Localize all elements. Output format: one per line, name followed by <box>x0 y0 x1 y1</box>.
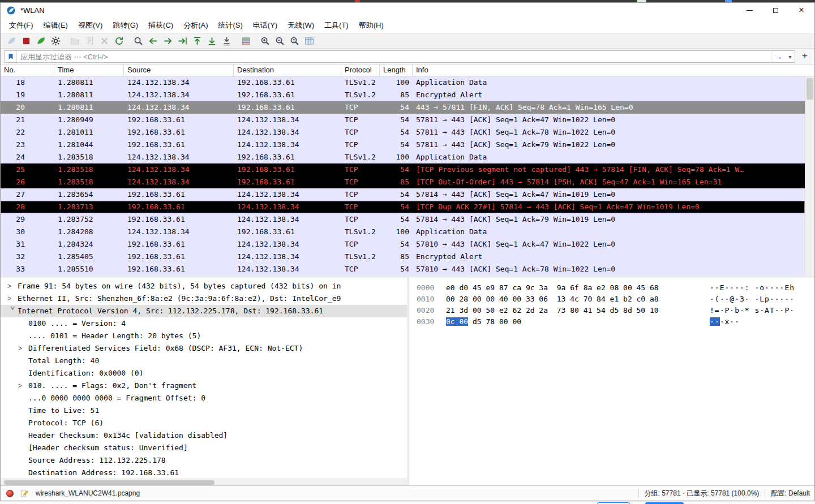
hex-line[interactable]: 001000 28 00 00 40 00 33 06 13 4c 70 84 … <box>417 294 814 305</box>
save-file-button[interactable] <box>82 35 97 48</box>
start-capture-button[interactable] <box>4 35 19 48</box>
detail-line[interactable]: [Header checksum status: Unverified] <box>1 442 407 454</box>
expander-icon[interactable]: > <box>7 280 18 292</box>
zoom-out-button[interactable] <box>272 35 287 48</box>
hex-line[interactable]: 0000e0 d0 45 e9 87 ca 9c 3a 9a 6f 8a e2 … <box>417 282 814 294</box>
packet-row[interactable]: 251.283518124.132.138.34192.168.33.61TCP… <box>1 163 805 176</box>
stop-capture-button[interactable] <box>19 35 33 48</box>
maximize-button[interactable] <box>762 3 788 18</box>
column-header-destination[interactable]: Destination <box>234 64 341 76</box>
detail-horizontal-scrollbar[interactable] <box>1 479 407 485</box>
packet-row[interactable]: 191.280811124.132.138.34192.168.33.61TLS… <box>1 89 805 101</box>
menu-item-help[interactable]: 帮助(H) <box>354 18 389 33</box>
packet-detail-pane: >Frame 91: 54 bytes on wire (432 bits), … <box>1 278 407 485</box>
expander-icon[interactable]: > <box>18 342 28 355</box>
hex-line[interactable]: 002021 3d 00 50 e2 62 2d 2a 73 80 41 54 … <box>417 305 814 316</box>
go-last-packet-button[interactable] <box>204 35 219 48</box>
packet-cell-proto: TCP <box>341 213 380 226</box>
menu-item-wireless[interactable]: 无线(W) <box>282 18 319 33</box>
column-header-time[interactable]: Time <box>54 64 124 76</box>
detail-line[interactable]: >Ethernet II, Src: Shenzhen_6f:8a:e2 (9c… <box>1 292 407 305</box>
stop-red-icon <box>22 36 31 46</box>
menu-item-file[interactable]: 文件(F) <box>4 18 38 33</box>
title-bar[interactable]: *WLAN × <box>1 3 814 18</box>
filter-dropdown-caret-icon[interactable]: ▾ <box>786 54 795 60</box>
packet-row[interactable]: 231.281044192.168.33.61124.132.138.34TCP… <box>1 139 805 151</box>
column-header-protocol[interactable]: Protocol <box>341 64 380 76</box>
packet-list-scrollbar[interactable] <box>805 76 814 275</box>
expert-info-icon[interactable] <box>6 490 14 497</box>
menu-item-statistics[interactable]: 统计(S) <box>213 18 247 33</box>
colorize-packets-button[interactable] <box>238 35 253 48</box>
hex-line[interactable]: 00300c 00 d5 78 00 00···x·· <box>417 316 814 328</box>
detail-line[interactable]: >Internet Protocol Version 4, Src: 112.1… <box>1 305 407 317</box>
close-button[interactable]: × <box>788 3 814 18</box>
detail-line[interactable]: 0100 .... = Version: 4 <box>1 317 407 330</box>
column-header-length[interactable]: Length <box>380 64 413 76</box>
column-header-no[interactable]: No. <box>1 64 54 76</box>
display-filter-field[interactable]: → ▾ <box>4 50 795 63</box>
menu-item-view[interactable]: 视图(V) <box>73 18 108 33</box>
detail-line[interactable]: >Differentiated Services Field: 0x68 (DS… <box>1 342 407 355</box>
zoom-100-button[interactable] <box>287 35 302 48</box>
go-to-packet-button[interactable] <box>175 35 190 48</box>
go-forward-button[interactable] <box>160 35 175 48</box>
packet-row[interactable]: 331.285510192.168.33.61124.132.138.34TCP… <box>1 263 805 275</box>
reload-file-button[interactable] <box>111 35 126 48</box>
packet-row[interactable]: 261.283518124.132.138.34192.168.33.61TCP… <box>1 176 805 188</box>
detail-line[interactable]: ...0 0000 0000 0000 = Fragment Offset: 0 <box>1 392 407 404</box>
packet-row[interactable]: 201.280811124.132.138.34192.168.33.61TCP… <box>1 101 805 114</box>
packet-row[interactable]: 291.283752192.168.33.61124.132.138.34TCP… <box>1 213 805 226</box>
restart-capture-button[interactable] <box>33 35 48 48</box>
detail-line[interactable]: Header Checksum: 0x134c [validation disa… <box>1 429 407 442</box>
capture-comment-icon[interactable] <box>20 489 29 498</box>
packet-row[interactable]: 301.284208124.132.138.34192.168.33.61TLS… <box>1 226 805 238</box>
packet-row[interactable]: 271.283654192.168.33.61124.132.138.34TCP… <box>1 188 805 201</box>
packet-row[interactable]: 241.283518124.132.138.34192.168.33.61TLS… <box>1 151 805 163</box>
find-packet-button[interactable] <box>131 35 145 48</box>
detail-line[interactable]: >Frame 91: 54 bytes on wire (432 bits), … <box>1 280 407 292</box>
detail-line[interactable]: Time to Live: 51 <box>1 404 407 417</box>
close-file-button[interactable] <box>97 35 111 48</box>
detail-line[interactable]: .... 0101 = Header Length: 20 bytes (5) <box>1 330 407 342</box>
detail-line[interactable]: Destination Address: 192.168.33.61 <box>1 467 407 479</box>
menu-item-edit[interactable]: 编辑(E) <box>38 18 73 33</box>
column-header-info[interactable]: Info <box>413 64 814 76</box>
apply-filter-button[interactable]: → <box>771 51 786 62</box>
capture-options-button[interactable] <box>48 35 63 48</box>
minimize-button[interactable] <box>736 3 762 18</box>
go-back-button[interactable] <box>145 35 160 48</box>
go-first-packet-button[interactable] <box>190 35 204 48</box>
menu-item-telephony[interactable]: 电话(Y) <box>248 18 282 33</box>
add-filter-button[interactable]: + <box>799 50 811 63</box>
scrollbar-thumb[interactable] <box>807 78 813 100</box>
menu-item-tools[interactable]: 工具(T) <box>319 18 354 33</box>
packet-row[interactable]: 321.285405192.168.33.61124.132.138.34TLS… <box>1 251 805 263</box>
menu-item-capture[interactable]: 捕获(C) <box>143 18 178 33</box>
expander-icon[interactable]: > <box>7 292 18 305</box>
detail-line[interactable]: Total Length: 40 <box>1 355 407 367</box>
bookmark-icon[interactable] <box>5 51 17 62</box>
detail-line[interactable]: Protocol: TCP (6) <box>1 417 407 429</box>
filter-text-input[interactable] <box>17 53 771 61</box>
detail-line[interactable]: Identification: 0x0000 (0) <box>1 367 407 380</box>
menu-item-go[interactable]: 跳转(G) <box>108 18 143 33</box>
detail-line[interactable]: >010. .... = Flags: 0x2, Don't fragment <box>1 380 407 392</box>
expander-icon[interactable]: > <box>6 306 19 316</box>
menu-item-analyze[interactable]: 分析(A) <box>178 18 213 33</box>
detail-line[interactable]: Source Address: 112.132.225.178 <box>1 454 407 467</box>
scrollbar-thumb[interactable] <box>4 480 215 485</box>
packet-row[interactable]: 181.280811124.132.138.34192.168.33.61TLS… <box>1 76 805 89</box>
expander-icon[interactable]: > <box>18 380 28 392</box>
packet-row[interactable]: 211.280949192.168.33.61124.132.138.34TCP… <box>1 114 805 126</box>
packet-cell-info: Application Data <box>413 76 805 89</box>
auto-scroll-button[interactable] <box>219 35 234 48</box>
profile-text[interactable]: 配置: Default <box>771 489 810 498</box>
packet-row[interactable]: 221.281011192.168.33.61124.132.138.34TCP… <box>1 126 805 139</box>
packet-row[interactable]: 311.284324192.168.33.61124.132.138.34TCP… <box>1 238 805 251</box>
packet-row[interactable]: 281.283713192.168.33.61124.132.138.34TCP… <box>1 201 805 213</box>
column-header-source[interactable]: Source <box>124 64 234 76</box>
resize-columns-button[interactable] <box>302 35 316 48</box>
open-file-button[interactable] <box>67 35 82 48</box>
zoom-in-button[interactable] <box>258 35 272 48</box>
